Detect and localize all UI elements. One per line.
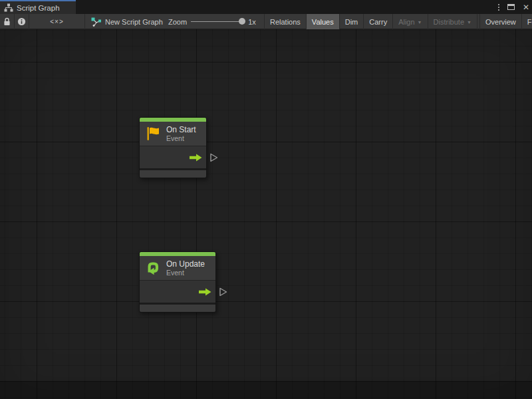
lock-button[interactable] [0,14,15,29]
node-header[interactable]: On Start Event [140,122,206,146]
close-icon[interactable]: ✕ [523,3,529,11]
zoom-slider[interactable] [191,21,244,22]
maximize-icon[interactable] [507,4,515,10]
tab-bar: Script Graph ✕ [0,0,532,14]
zoom-control: Zoom 1x [168,14,256,29]
node-body [140,146,206,168]
fullscreen-button[interactable]: Full Screen [521,14,532,29]
graph-name-label: New Script Graph [105,18,163,26]
node-footer [140,170,206,178]
window-controls: ✕ [498,0,529,14]
chevron-down-icon: ▼ [418,20,422,25]
distribute-button[interactable]: Distribute ▼ [428,14,477,29]
node-subtitle: Event [166,269,205,277]
graph-hierarchy-icon [4,3,13,12]
node-footer [140,305,215,312]
code-variables-button[interactable]: <×> [29,14,85,29]
info-button[interactable] [15,14,29,29]
zoom-label: Zoom [168,18,187,26]
node-subtitle: Event [166,134,196,142]
info-icon [17,17,26,26]
canvas-shade [0,381,532,399]
trigger-output-port[interactable] [219,287,227,297]
overview-button[interactable]: Overview [479,14,521,29]
tab-script-graph[interactable]: Script Graph [0,0,76,14]
align-label: Align [398,18,414,26]
script-graph-window: Script Graph ✕ <×> [0,0,532,399]
dim-button[interactable]: Dim [339,14,364,29]
trigger-output-port[interactable] [209,152,218,163]
tab-title: Script Graph [17,4,60,12]
loop-icon [144,259,162,277]
new-graph-icon [91,17,101,27]
graph-canvas[interactable]: On Start Event [0,29,532,399]
node-title: On Update [166,259,205,269]
node-title: On Start [166,125,196,134]
graph-selector-button[interactable]: New Script Graph [87,14,167,29]
zoom-slider-handle[interactable] [239,18,245,25]
align-button[interactable]: Align ▼ [392,14,427,29]
node-header[interactable]: On Update Event [140,256,215,281]
flag-icon [144,125,162,142]
lock-icon [3,17,11,26]
graph-toolbar: <×> New Script Graph Zoom 1x Relations [0,14,532,29]
zoom-value: 1x [248,18,256,26]
values-button[interactable]: Values [306,14,339,29]
chevron-down-icon: ▼ [467,20,471,25]
node-on-start[interactable]: On Start Event [139,117,207,178]
trigger-arrow-icon [190,154,202,162]
window-menu-icon[interactable] [498,4,499,11]
trigger-arrow-icon [199,288,211,296]
toolbar-left-group: <×> [0,14,85,29]
node-on-update[interactable]: On Update Event [139,251,216,313]
distribute-label: Distribute [434,18,464,26]
relations-button[interactable]: Relations [264,14,306,29]
carry-button[interactable]: Carry [363,14,392,29]
node-body [140,281,215,303]
toolbar-view-buttons: Relations Values Dim Carry Align ▼ Distr… [264,14,532,29]
